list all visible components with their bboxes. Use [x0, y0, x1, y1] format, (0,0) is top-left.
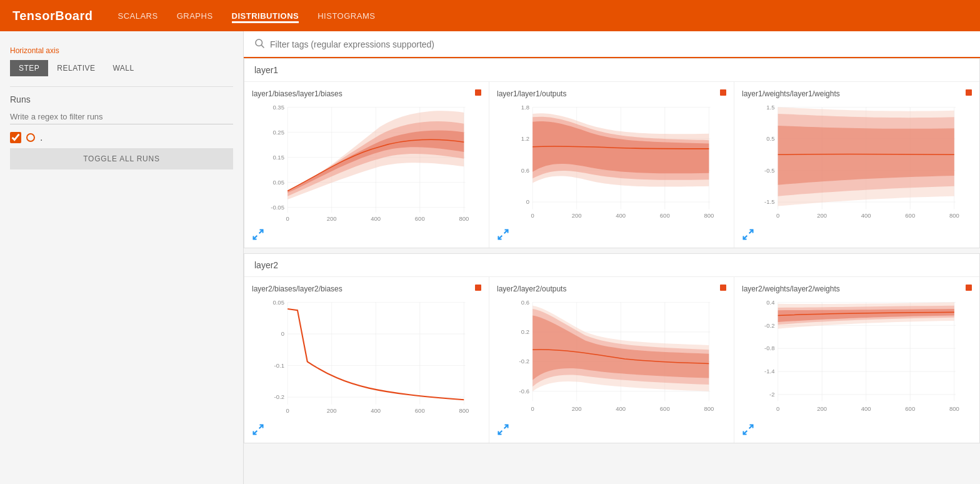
svg-text:-0.5: -0.5 [764, 167, 774, 174]
svg-text:200: 200 [327, 407, 337, 414]
group-layer1: layer1 layer1/biases/layer1/biases [244, 58, 980, 248]
svg-text:0.5: 0.5 [766, 135, 774, 142]
svg-text:-0.2: -0.2 [764, 322, 774, 329]
chart-canvas-wrapper: 0.35 0.25 0.15 0.05 -0.05 0 200 400 600 … [252, 101, 481, 226]
chart-svg-layer1-biases: 0.35 0.25 0.15 0.05 -0.05 0 200 400 600 … [252, 101, 481, 226]
filter-tags-input[interactable] [270, 39, 970, 49]
axis-btn-wall[interactable]: WALL [104, 60, 142, 76]
sidebar: Horizontal axis STEP RELATIVE WALL Runs … [0, 31, 244, 484]
chart-color-indicator-6 [966, 285, 972, 291]
svg-text:200: 200 [572, 405, 582, 412]
chart-svg-layer1-weights: 1.5 0.5 -0.5 -1.5 0 200 400 600 800 [742, 101, 972, 226]
run-checkbox[interactable] [10, 132, 21, 143]
toggle-all-runs-button[interactable]: TOGGLE ALL RUNS [10, 148, 233, 169]
chart-title-layer1-weights: layer1/weights/layer1/weights [742, 89, 972, 98]
main-layout: Horizontal axis STEP RELATIVE WALL Runs … [0, 31, 980, 484]
svg-text:600: 600 [660, 212, 670, 219]
svg-text:400: 400 [371, 215, 381, 222]
search-bar [244, 31, 980, 58]
expand-icon-layer1-biases[interactable] [252, 228, 264, 241]
svg-text:600: 600 [660, 405, 670, 412]
svg-text:0: 0 [776, 212, 779, 219]
svg-text:-0.05: -0.05 [271, 204, 284, 211]
chart-svg-layer2-weights: 0.4 -0.2 -0.8 -1.4 -2 0 200 400 600 800 [742, 296, 972, 421]
svg-text:0: 0 [281, 330, 284, 337]
svg-text:-0.6: -0.6 [519, 388, 529, 395]
expand-icon-layer1-weights[interactable] [742, 228, 754, 241]
chart-color-indicator-2 [720, 89, 726, 96]
expand-icon-layer1-outputs[interactable] [497, 228, 509, 241]
expand-icon-layer2-outputs[interactable] [497, 423, 509, 436]
chart-color-indicator-5 [720, 285, 726, 291]
svg-text:-2: -2 [769, 391, 774, 398]
chart-title-layer1-outputs: layer1/layer1/outputs [497, 89, 726, 98]
group-layer2: layer2 layer2/biases/layer2/biases [244, 253, 980, 443]
app-logo: TensorBoard [12, 9, 92, 23]
charts-grid-layer2: layer2/biases/layer2/biases [244, 277, 979, 443]
svg-text:400: 400 [616, 212, 626, 219]
group-layer1-header: layer1 [244, 59, 979, 82]
chart-canvas-wrapper-6: 0.4 -0.2 -0.8 -1.4 -2 0 200 400 600 800 [742, 296, 972, 421]
svg-text:200: 200 [327, 215, 337, 222]
svg-text:0.2: 0.2 [521, 328, 529, 335]
chart-layer2-biases: layer2/biases/layer2/biases [244, 277, 489, 443]
chart-canvas-wrapper-5: 0.6 0.2 -0.2 -0.6 0 200 400 600 800 [497, 296, 726, 421]
svg-text:-0.2: -0.2 [519, 358, 529, 365]
chart-color-indicator-4 [475, 285, 481, 291]
runs-filter-input[interactable] [10, 109, 233, 124]
svg-text:0.35: 0.35 [272, 104, 284, 111]
svg-text:0: 0 [286, 215, 289, 222]
svg-line-1 [261, 45, 264, 48]
svg-text:-1.5: -1.5 [764, 198, 774, 205]
run-circle[interactable] [26, 133, 35, 142]
chart-canvas-wrapper-4: 0.05 0 -0.1 -0.2 0 200 400 600 800 [252, 296, 481, 421]
nav-scalars[interactable]: SCALARS [118, 9, 158, 23]
chart-svg-layer2-biases: 0.05 0 -0.1 -0.2 0 200 400 600 800 [252, 296, 481, 421]
svg-text:0.05: 0.05 [272, 299, 284, 306]
svg-text:400: 400 [861, 212, 871, 219]
main-content: layer1 layer1/biases/layer1/biases [244, 31, 980, 484]
group-layer2-header: layer2 [244, 254, 979, 277]
svg-text:400: 400 [616, 405, 626, 412]
runs-title: Runs [10, 94, 233, 104]
svg-text:1.5: 1.5 [766, 104, 774, 111]
axis-btn-relative[interactable]: RELATIVE [48, 60, 104, 76]
svg-text:0: 0 [531, 212, 534, 219]
nav-histograms[interactable]: HISTOGRAMS [318, 9, 375, 23]
axis-btn-step[interactable]: STEP [10, 60, 48, 76]
expand-icon-layer2-biases[interactable] [252, 423, 264, 436]
svg-text:800: 800 [949, 405, 959, 412]
search-icon [254, 38, 265, 51]
chart-layer2-outputs: layer2/layer2/outputs [489, 277, 734, 443]
chart-layer1-biases: layer1/biases/layer1/biases [244, 82, 489, 248]
svg-text:800: 800 [949, 212, 959, 219]
svg-point-0 [256, 39, 262, 46]
svg-text:600: 600 [415, 407, 425, 414]
chart-layer2-weights: layer2/weights/layer2/weights [734, 277, 979, 443]
svg-text:600: 600 [415, 215, 425, 222]
svg-text:200: 200 [817, 212, 827, 219]
nav-distributions[interactable]: DISTRIBUTIONS [232, 9, 299, 23]
svg-text:-0.8: -0.8 [764, 345, 774, 351]
svg-text:0: 0 [526, 198, 529, 205]
chart-svg-layer2-outputs: 0.6 0.2 -0.2 -0.6 0 200 400 600 800 [497, 296, 726, 421]
chart-layer1-weights: layer1/weights/layer1/weights [734, 82, 979, 248]
svg-text:1.8: 1.8 [521, 104, 529, 111]
chart-title: layer1/biases/layer1/biases [252, 89, 481, 98]
svg-text:800: 800 [704, 405, 714, 412]
svg-text:600: 600 [905, 405, 915, 412]
run-dot-label: . [40, 132, 42, 143]
svg-text:400: 400 [371, 407, 381, 414]
expand-icon-layer2-weights[interactable] [742, 423, 754, 436]
horizontal-axis-label: Horizontal axis [10, 46, 233, 55]
chart-color-indicator-3 [966, 89, 972, 96]
svg-text:200: 200 [817, 405, 827, 412]
svg-text:0: 0 [776, 405, 779, 412]
chart-title-layer2-weights: layer2/weights/layer2/weights [742, 285, 972, 293]
svg-text:200: 200 [572, 212, 582, 219]
chart-layer1-outputs: layer1/layer1/outputs [489, 82, 734, 248]
nav-graphs[interactable]: GRAPHS [177, 9, 213, 23]
svg-text:0: 0 [286, 407, 289, 414]
sidebar-divider [10, 86, 233, 87]
svg-text:0.25: 0.25 [272, 129, 284, 136]
